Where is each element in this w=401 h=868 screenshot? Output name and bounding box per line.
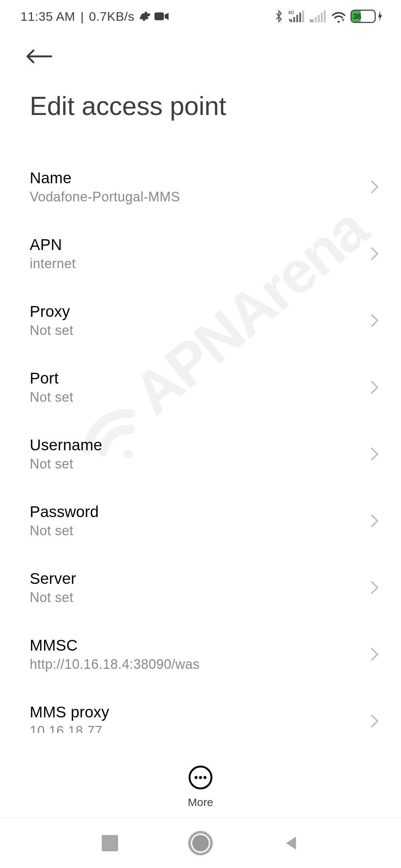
chevron-right-icon [371,314,382,327]
more-label: More [188,796,213,809]
bluetooth-icon [274,9,284,23]
status-divider: | [81,9,84,24]
nav-home-button[interactable] [188,831,213,855]
svg-rect-11 [324,10,326,22]
setting-value: Not set [30,323,371,338]
svg-rect-8 [315,17,317,22]
setting-label: Password [30,503,371,521]
svg-rect-6 [302,10,304,22]
setting-label: MMSC [30,637,371,654]
settings-list: Name Vodafone-Portugal-MMS APN internet … [0,154,401,733]
svg-text:4G: 4G [288,10,294,15]
setting-value: 10.16.18.77 [30,723,371,733]
svg-rect-5 [299,13,301,22]
setting-value: http://10.16.18.4:38090/was [30,657,371,672]
setting-label: Proxy [30,303,371,320]
svg-rect-4 [296,15,298,22]
setting-value: Not set [30,389,371,405]
chevron-right-icon [371,447,382,461]
setting-label: APN [30,236,371,254]
svg-rect-0 [154,12,164,20]
setting-name[interactable]: Name Vodafone-Portugal-MMS [30,154,382,221]
setting-server[interactable]: Server Not set [30,555,382,622]
chevron-right-icon [371,581,382,594]
status-data-rate: 0.7KB/s [89,9,135,24]
chevron-right-icon [371,247,382,260]
chevron-right-icon [371,514,382,527]
setting-mmsc[interactable]: MMSC http://10.16.18.4:38090/was [30,622,382,688]
setting-port[interactable]: Port Not set [30,355,382,421]
chevron-right-icon [371,714,382,728]
svg-rect-9 [318,15,320,22]
status-bar: 11:35 AM | 0.7KB/s 4G [0,0,401,33]
setting-label: Username [30,436,371,454]
nav-bar [0,818,401,868]
setting-proxy[interactable]: Proxy Not set [30,288,382,355]
svg-rect-3 [293,17,295,22]
setting-label: Port [30,369,371,387]
video-icon [154,11,169,22]
setting-value: Not set [30,590,371,605]
chevron-right-icon [371,180,382,194]
setting-label: Name [30,169,371,187]
battery-indicator: 38 [351,10,382,23]
setting-value: Vodafone-Portugal-MMS [30,189,371,205]
chevron-right-icon [371,648,382,661]
nav-back-button[interactable] [283,835,299,851]
nav-recents-button[interactable] [102,835,118,851]
more-button[interactable]: More [188,766,213,809]
signal-4g-icon: 4G [288,10,305,23]
signal-no-sim-icon [310,10,327,23]
setting-username[interactable]: Username Not set [30,421,382,488]
setting-value: Not set [30,523,371,539]
setting-label: Server [30,570,371,588]
page-title: Edit access point [30,91,401,121]
svg-rect-2 [290,19,292,22]
setting-apn[interactable]: APN internet [30,221,382,288]
setting-label: MMS proxy [30,703,371,721]
battery-text: 38 [353,12,361,21]
setting-password[interactable]: Password Not set [30,488,382,555]
setting-value: internet [30,256,371,272]
svg-rect-10 [321,13,323,22]
setting-value: Not set [30,456,371,472]
more-icon [189,766,212,789]
setting-mms-proxy[interactable]: MMS proxy 10.16.18.77 [30,688,382,733]
gear-icon [138,10,151,23]
status-time: 11:35 AM [20,9,75,24]
chevron-right-icon [371,381,382,394]
back-button[interactable] [26,47,401,65]
wifi-status-icon [331,10,346,23]
charging-bolt-icon [377,11,382,22]
